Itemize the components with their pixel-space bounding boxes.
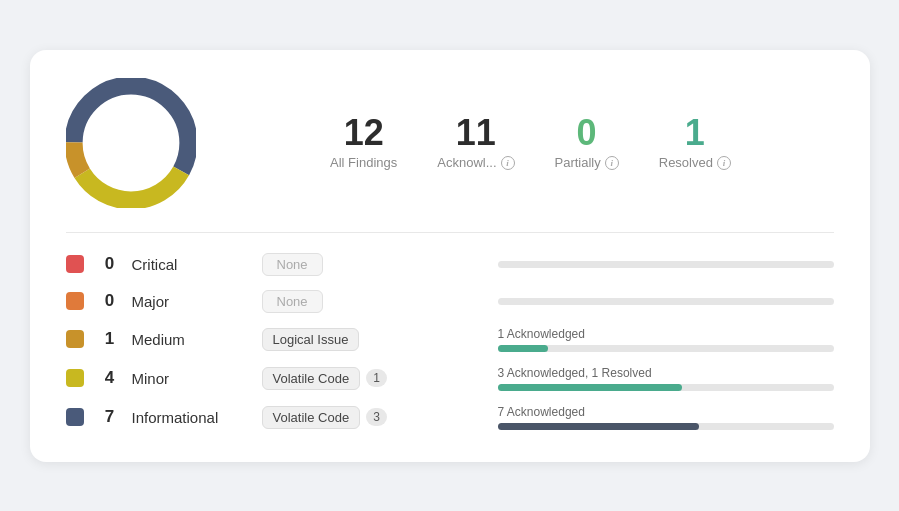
- critical-tag-area: None: [262, 253, 482, 276]
- minor-tag[interactable]: Volatile Code: [262, 367, 361, 390]
- critical-tag-none: None: [262, 253, 323, 276]
- partially-label: Partially i: [555, 155, 619, 170]
- critical-count: 0: [96, 254, 124, 274]
- stat-all-findings: 12 All Findings: [330, 115, 397, 170]
- informational-severity-dot: [66, 408, 84, 426]
- acknowledged-number: 11: [456, 115, 496, 151]
- acknowledged-label: Acknowl... i: [437, 155, 514, 170]
- minor-count: 4: [96, 368, 124, 388]
- stat-partially: 0 Partially i: [555, 115, 619, 170]
- medium-progress-label: 1 Acknowledged: [498, 327, 834, 341]
- medium-progress-fill: [498, 345, 548, 352]
- medium-progress-area: 1 Acknowledged: [498, 327, 834, 352]
- minor-progress-fill: [498, 384, 683, 391]
- medium-progress-bar-bg: [498, 345, 834, 352]
- resolved-label: Resolved i: [659, 155, 731, 170]
- donut-chart: [66, 78, 196, 208]
- stat-resolved: 1 Resolved i: [659, 115, 731, 170]
- findings-card: 12 All Findings 11 Acknowl... i 0 Partia…: [30, 50, 870, 462]
- minor-progress-label: 3 Acknowledged, 1 Resolved: [498, 366, 834, 380]
- informational-label: Informational: [132, 409, 262, 426]
- partially-info-icon[interactable]: i: [605, 156, 619, 170]
- critical-progress-bar-bg: [498, 261, 834, 268]
- critical-label: Critical: [132, 256, 262, 273]
- major-severity-dot: [66, 292, 84, 310]
- major-tag-area: None: [262, 290, 482, 313]
- summary-row: 12 All Findings 11 Acknowl... i 0 Partia…: [66, 78, 834, 208]
- medium-label: Medium: [132, 331, 262, 348]
- minor-tag-area: Volatile Code1: [262, 367, 482, 390]
- major-progress-area: [498, 298, 834, 305]
- informational-progress-label: 7 Acknowledged: [498, 405, 834, 419]
- critical-severity-dot: [66, 255, 84, 273]
- medium-count: 1: [96, 329, 124, 349]
- informational-tag-badge: 3: [366, 408, 387, 426]
- minor-tag-badge: 1: [366, 369, 387, 387]
- partially-number: 0: [577, 115, 597, 151]
- major-count: 0: [96, 291, 124, 311]
- major-label: Major: [132, 293, 262, 310]
- informational-progress-area: 7 Acknowledged: [498, 405, 834, 430]
- finding-row-major: 0MajorNone: [66, 290, 834, 313]
- informational-count: 7: [96, 407, 124, 427]
- major-progress-bar-bg: [498, 298, 834, 305]
- stat-acknowledged: 11 Acknowl... i: [437, 115, 514, 170]
- minor-severity-dot: [66, 369, 84, 387]
- resolved-number: 1: [685, 115, 705, 151]
- all-findings-number: 12: [344, 115, 384, 151]
- acknowledged-info-icon[interactable]: i: [501, 156, 515, 170]
- divider: [66, 232, 834, 233]
- findings-list: 0CriticalNone0MajorNone1MediumLogical Is…: [66, 253, 834, 430]
- finding-row-medium: 1MediumLogical Issue1 Acknowledged: [66, 327, 834, 352]
- informational-progress-bar-bg: [498, 423, 834, 430]
- minor-label: Minor: [132, 370, 262, 387]
- informational-tag-area: Volatile Code3: [262, 406, 482, 429]
- minor-progress-bar-bg: [498, 384, 834, 391]
- stats-group: 12 All Findings 11 Acknowl... i 0 Partia…: [228, 115, 834, 170]
- informational-tag[interactable]: Volatile Code: [262, 406, 361, 429]
- donut-hole: [103, 115, 159, 171]
- finding-row-informational: 7InformationalVolatile Code37 Acknowledg…: [66, 405, 834, 430]
- informational-progress-fill: [498, 423, 700, 430]
- medium-severity-dot: [66, 330, 84, 348]
- critical-progress-area: [498, 261, 834, 268]
- medium-tag[interactable]: Logical Issue: [262, 328, 360, 351]
- all-findings-label: All Findings: [330, 155, 397, 170]
- major-tag-none: None: [262, 290, 323, 313]
- finding-row-minor: 4MinorVolatile Code13 Acknowledged, 1 Re…: [66, 366, 834, 391]
- medium-tag-area: Logical Issue: [262, 328, 482, 351]
- resolved-info-icon[interactable]: i: [717, 156, 731, 170]
- finding-row-critical: 0CriticalNone: [66, 253, 834, 276]
- minor-progress-area: 3 Acknowledged, 1 Resolved: [498, 366, 834, 391]
